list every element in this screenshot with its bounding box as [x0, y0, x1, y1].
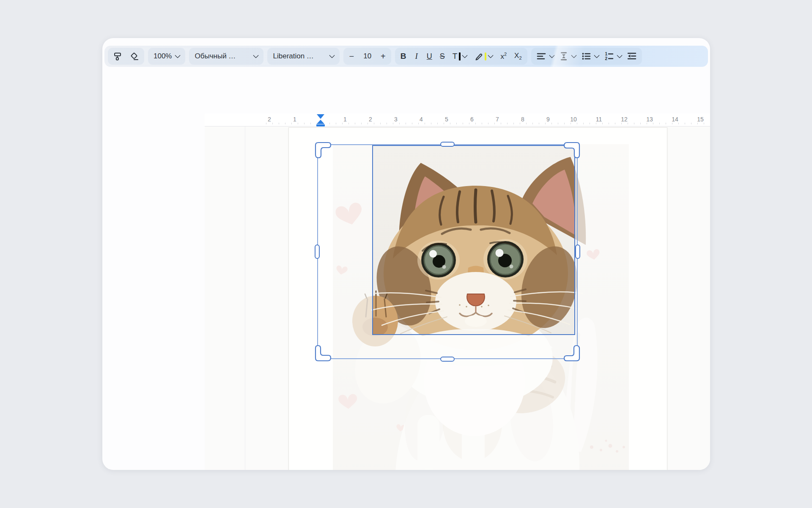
image-crop-frame[interactable]	[372, 145, 575, 335]
first-line-indent-marker[interactable]	[317, 114, 324, 119]
ruler-tick	[361, 123, 362, 124]
ruler-tick	[418, 123, 419, 124]
left-indent-marker[interactable]	[316, 124, 325, 126]
ruler-number: 9	[546, 116, 550, 123]
ruler-tick	[571, 123, 571, 124]
strikethrough-button[interactable]: S	[440, 52, 445, 61]
crop-handle-bottom-left[interactable]	[314, 343, 333, 362]
ruler-tick	[602, 123, 603, 124]
ruler-number: 2	[268, 116, 271, 123]
chevron-down-icon	[593, 52, 599, 58]
ruler-tick	[380, 123, 381, 124]
ruler-tick	[387, 123, 387, 124]
paragraph-style-select[interactable]: Обычный …	[195, 52, 258, 60]
ruler-tick	[272, 123, 273, 124]
ruler-tick	[678, 123, 679, 124]
superscript-button[interactable]: x2	[500, 52, 507, 61]
crop-handle-left[interactable]	[315, 244, 320, 259]
ruler-tick	[463, 123, 463, 124]
clear-formatting-button[interactable]	[129, 52, 139, 61]
font-size-value[interactable]: 10	[363, 52, 371, 60]
ruler-tick	[488, 123, 488, 124]
ruler-tick	[399, 123, 400, 124]
decrease-indent-button[interactable]	[627, 52, 636, 60]
chevron-down-icon	[462, 52, 468, 58]
paragraph-style-value: Обычный …	[195, 52, 236, 60]
ruler-tick	[482, 123, 482, 124]
ruler-tick	[279, 123, 279, 124]
bold-button[interactable]: B	[401, 52, 406, 61]
ruler-tick	[691, 123, 691, 124]
arrow-left-into-lines-icon	[627, 52, 636, 60]
ruler-tick	[298, 123, 298, 124]
ruler-tick	[469, 123, 469, 124]
ruler-number: 4	[420, 116, 423, 123]
crop-handle-bottom[interactable]	[440, 357, 455, 362]
svg-text:2: 2	[605, 56, 607, 61]
ruler-tick	[374, 123, 374, 124]
ruler-tick	[577, 123, 577, 124]
ruler-number: 15	[697, 116, 704, 123]
paragraph-format-group: 1 2	[531, 48, 642, 65]
ruler-tick	[266, 123, 266, 124]
document-scroll-area[interactable]	[205, 126, 710, 470]
left-gutter-divider	[245, 126, 245, 470]
horizontal-ruler[interactable]: 211234567891011121314151617	[205, 113, 710, 126]
crop-handle-top-left[interactable]	[314, 141, 333, 160]
ruler-tick	[558, 123, 558, 124]
zoom-select[interactable]: 100%	[154, 52, 180, 60]
ruler-tick	[551, 123, 552, 124]
ruler-tick	[412, 123, 412, 124]
ruler-number: 1	[293, 116, 296, 123]
ruler-tick	[342, 123, 343, 124]
crop-handle-top[interactable]	[440, 142, 455, 147]
bullet-list-button[interactable]	[582, 52, 599, 60]
subscript-button[interactable]: X2	[514, 52, 521, 60]
crop-handle-top-right[interactable]	[562, 141, 581, 160]
chevron-down-icon	[488, 52, 494, 58]
crop-handle-bottom-right[interactable]	[562, 343, 581, 362]
ruler-tick	[444, 123, 444, 124]
letter-T-icon: T	[453, 52, 458, 61]
font-family-group: Liberation …	[267, 48, 340, 65]
ruler-number: 3	[394, 116, 398, 123]
align-left-lines-icon	[537, 52, 546, 60]
svg-text:1: 1	[605, 52, 607, 56]
font-size-decrease-button[interactable]: −	[349, 52, 354, 61]
ruler-tick	[640, 123, 641, 124]
ruler-tick	[666, 123, 666, 124]
ruler-tick	[609, 123, 609, 124]
crop-handle-right[interactable]	[575, 244, 580, 259]
chevron-down-icon	[253, 52, 259, 58]
ruler-tick	[456, 123, 457, 124]
ruler-number: 11	[596, 116, 602, 123]
ruler-tick	[697, 123, 698, 124]
ruler-tick	[501, 123, 501, 124]
text-format-group: B I U S T x2 X2	[395, 48, 527, 65]
ruler-tick	[285, 123, 285, 124]
italic-button[interactable]: I	[414, 52, 419, 61]
ruler-tick	[659, 123, 660, 124]
ruler-tick	[520, 123, 520, 124]
ruler-tick	[621, 123, 622, 124]
format-painter-button[interactable]	[113, 52, 123, 61]
line-spacing-button[interactable]	[560, 52, 576, 61]
arrows-between-lines-icon	[560, 52, 568, 61]
bulleted-list-icon	[582, 52, 591, 60]
ruler-tick	[494, 123, 495, 124]
eraser-icon	[129, 52, 139, 61]
font-family-select[interactable]: Liberation …	[273, 52, 334, 60]
chevron-down-icon	[175, 52, 181, 58]
paint-roller-icon	[113, 52, 123, 61]
numbered-list-button[interactable]: 1 2	[604, 52, 622, 61]
app-window: 100% Обычный … Liberation … − 10 + B I U	[102, 38, 710, 470]
highlight-color-button[interactable]	[475, 52, 493, 60]
text-color-button[interactable]: T	[453, 52, 467, 61]
alignment-button[interactable]	[537, 52, 554, 60]
chevron-down-icon	[329, 52, 335, 58]
font-size-increase-button[interactable]: +	[381, 52, 386, 61]
font-family-value: Liberation …	[273, 52, 313, 60]
hanging-indent-marker[interactable]	[317, 120, 324, 124]
underline-button[interactable]: U	[427, 52, 432, 61]
pen-icon	[475, 52, 483, 60]
